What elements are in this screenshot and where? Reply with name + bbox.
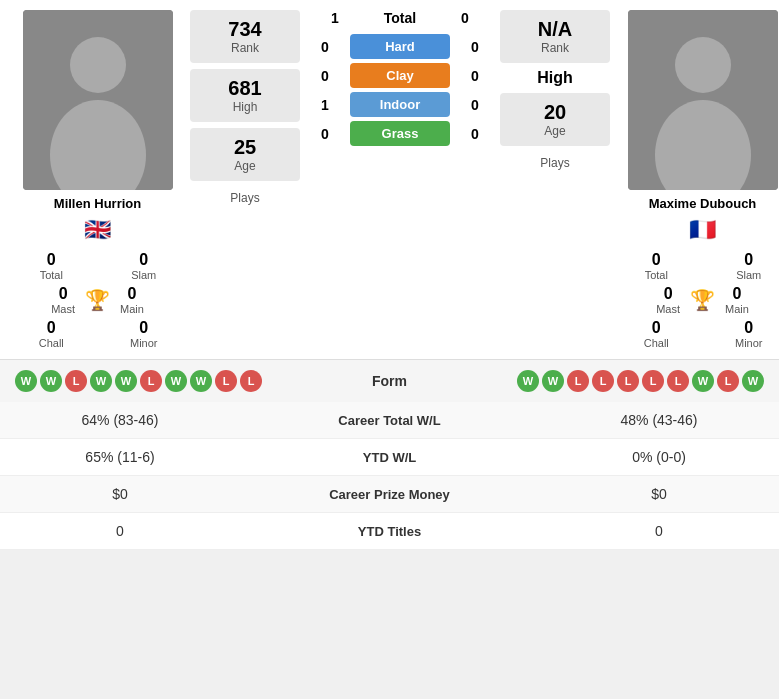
form-badge: L: [567, 370, 589, 392]
indoor-row: 1 Indoor 0: [310, 92, 490, 117]
form-badge: W: [742, 370, 764, 392]
ytd-wl-label: YTD W/L: [220, 450, 559, 465]
p2-chall: 0 Chall: [615, 319, 698, 349]
form-badge: L: [215, 370, 237, 392]
player1-stats: 0 Total 0 Slam: [10, 251, 185, 281]
form-badge: L: [65, 370, 87, 392]
total-p1: 1: [320, 10, 350, 26]
form-badge: W: [190, 370, 212, 392]
p1-mast: 0 Mast: [51, 285, 75, 315]
top-section: Millen Hurrion 🇬🇧 0 Total 0 Slam 0 Mast …: [0, 0, 779, 359]
svg-point-1: [70, 37, 126, 93]
form-section: WWLWWLWWLL Form WWLLLLLWLW: [0, 359, 779, 402]
p1-age-box: 25 Age: [190, 128, 300, 181]
p2-ytd-titles: 0: [559, 523, 759, 539]
player2-flag: 🇫🇷: [689, 217, 716, 243]
p1-rank-box: 734 Rank: [190, 10, 300, 63]
p1-main: 0 Main: [120, 285, 144, 315]
clay-row: 0 Clay 0: [310, 63, 490, 88]
player1-photo: [23, 10, 173, 190]
clay-p2: 0: [460, 68, 490, 84]
p2-form-badges: WWLLLLLWLW: [517, 370, 764, 392]
grass-row: 0 Grass 0: [310, 121, 490, 146]
form-badge: W: [165, 370, 187, 392]
career-wl-label: Career Total W/L: [220, 413, 559, 428]
player2-photo: [628, 10, 778, 190]
grass-p2: 0: [460, 126, 490, 142]
form-badge: W: [115, 370, 137, 392]
form-badge: W: [40, 370, 62, 392]
p1-trophy-row: 0 Mast 🏆 0 Main: [51, 285, 144, 315]
p2-plays-label: Plays: [500, 156, 610, 170]
player2-stats: 0 Total 0 Slam: [615, 251, 779, 281]
player2-name: Maxime Dubouch: [649, 196, 757, 211]
p1-ytd-wl: 65% (11-6): [20, 449, 220, 465]
career-wl-row: 64% (83-46) Career Total W/L 48% (43-46): [0, 402, 779, 439]
svg-point-4: [675, 37, 731, 93]
hard-row: 0 Hard 0: [310, 34, 490, 59]
hard-p1: 0: [310, 39, 340, 55]
hard-p2: 0: [460, 39, 490, 55]
ytd-titles-label: YTD Titles: [220, 524, 559, 539]
form-badge: L: [642, 370, 664, 392]
p1-slam: 0 Slam: [103, 251, 186, 281]
form-badge: W: [542, 370, 564, 392]
p1-ytd-titles: 0: [20, 523, 220, 539]
clay-p1: 0: [310, 68, 340, 84]
right-panel: N/A Rank High 20 Age Plays: [500, 10, 610, 349]
trophy2-icon: 🏆: [690, 288, 715, 312]
p1-prize: $0: [20, 486, 220, 502]
p1-high-box: 681 High: [190, 69, 300, 122]
form-badge: L: [592, 370, 614, 392]
main-container: Millen Hurrion 🇬🇧 0 Total 0 Slam 0 Mast …: [0, 0, 779, 550]
player1-card: Millen Hurrion 🇬🇧 0 Total 0 Slam 0 Mast …: [10, 10, 185, 349]
hard-badge: Hard: [350, 34, 450, 59]
prize-row: $0 Career Prize Money $0: [0, 476, 779, 513]
middle-panel: 734 Rank 681 High 25 Age Plays: [190, 10, 300, 349]
form-badge: W: [692, 370, 714, 392]
p1-plays-label: Plays: [230, 191, 259, 205]
p2-total: 0 Total: [615, 251, 698, 281]
stats-table: 64% (83-46) Career Total W/L 48% (43-46)…: [0, 402, 779, 550]
grass-badge: Grass: [350, 121, 450, 146]
p2-trophy-row: 0 Mast 🏆 0 Main: [656, 285, 749, 315]
p2-main: 0 Main: [725, 285, 749, 315]
p1-chall: 0 Chall: [10, 319, 93, 349]
p1-career-wl: 64% (83-46): [20, 412, 220, 428]
indoor-badge: Indoor: [350, 92, 450, 117]
indoor-p2: 0: [460, 97, 490, 113]
p1-bottom-stats: 0 Chall 0 Minor: [10, 319, 185, 349]
total-p2: 0: [450, 10, 480, 26]
p2-slam: 0 Slam: [708, 251, 780, 281]
p1-minor: 0 Minor: [103, 319, 186, 349]
p2-rank-box: N/A Rank: [500, 10, 610, 63]
form-badge: L: [717, 370, 739, 392]
player1-flag: 🇬🇧: [84, 217, 111, 243]
player1-name: Millen Hurrion: [54, 196, 141, 211]
ytd-wl-row: 65% (11-6) YTD W/L 0% (0-0): [0, 439, 779, 476]
prize-label: Career Prize Money: [220, 487, 559, 502]
form-badge: L: [140, 370, 162, 392]
indoor-p1: 1: [310, 97, 340, 113]
trophy1-icon: 🏆: [85, 288, 110, 312]
total-row: 1 Total 0: [310, 10, 490, 26]
p1-form-badges: WWLWWLWWLL: [15, 370, 262, 392]
p2-minor: 0 Minor: [708, 319, 780, 349]
total-label: Total: [360, 10, 440, 26]
form-badge: W: [90, 370, 112, 392]
form-badge: L: [240, 370, 262, 392]
p2-mast: 0 Mast: [656, 285, 680, 315]
form-badge: L: [617, 370, 639, 392]
clay-badge: Clay: [350, 63, 450, 88]
form-badge: W: [15, 370, 37, 392]
p1-total: 0 Total: [10, 251, 93, 281]
p2-prize: $0: [559, 486, 759, 502]
form-badge: L: [667, 370, 689, 392]
ytd-titles-row: 0 YTD Titles 0: [0, 513, 779, 550]
p2-ytd-wl: 0% (0-0): [559, 449, 759, 465]
p2-high: High: [500, 69, 610, 87]
grass-p1: 0: [310, 126, 340, 142]
p2-career-wl: 48% (43-46): [559, 412, 759, 428]
p2-bottom-stats: 0 Chall 0 Minor: [615, 319, 779, 349]
court-section: 1 Total 0 0 Hard 0 0 Clay 0 1 Indoor 0 0: [305, 10, 495, 349]
